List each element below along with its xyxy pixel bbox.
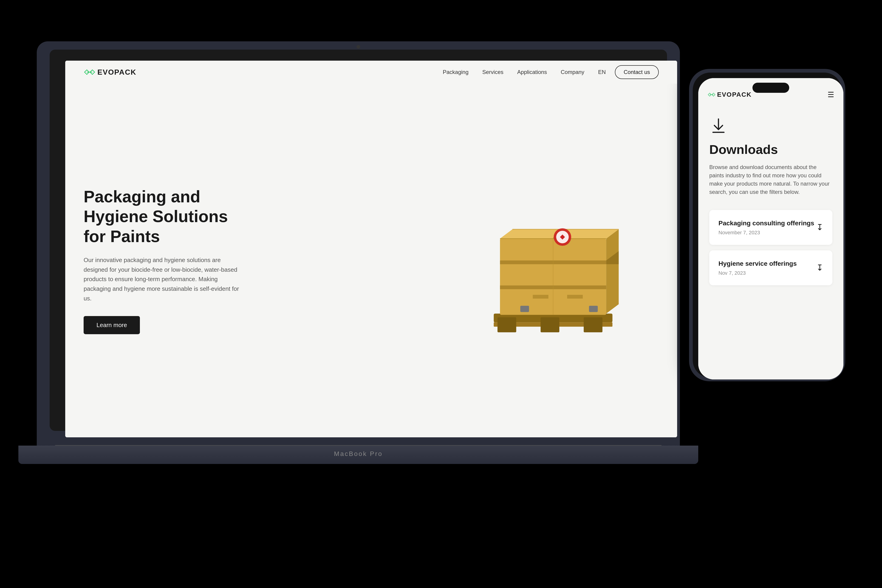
phone-logo-icon bbox=[708, 92, 716, 97]
downloads-description: Browse and download documents about the … bbox=[709, 163, 832, 196]
download-arrow-icon-2[interactable]: ↧ bbox=[816, 263, 823, 273]
download-card-packaging-date: November 7, 2023 bbox=[718, 230, 814, 236]
hero-description: Our innovative packaging and hygiene sol… bbox=[84, 255, 240, 303]
download-card-packaging[interactable]: Packaging consulting offerings November … bbox=[709, 210, 832, 245]
laptop-camera bbox=[357, 45, 360, 49]
hero-title: Packaging and Hygiene Solutions for Pain… bbox=[84, 187, 240, 246]
box-illustration bbox=[475, 182, 631, 339]
svg-rect-3 bbox=[498, 317, 516, 332]
download-card-hygiene[interactable]: Hygiene service offerings Nov 7, 2023 ↧ bbox=[709, 250, 832, 285]
phone-body: EVOPACK ☰ Downloads Browse and download … bbox=[689, 69, 845, 381]
nav-services[interactable]: Services bbox=[482, 69, 504, 75]
download-card-packaging-info: Packaging consulting offerings November … bbox=[718, 219, 814, 236]
phone-notch bbox=[753, 83, 789, 93]
hero-text-block: Packaging and Hygiene Solutions for Pain… bbox=[84, 187, 240, 334]
phone-screen-bezel: EVOPACK ☰ Downloads Browse and download … bbox=[693, 73, 842, 378]
download-card-packaging-title: Packaging consulting offerings bbox=[718, 219, 814, 227]
nav-links: Packaging Services Applications Company … bbox=[443, 69, 606, 75]
phone-screen: EVOPACK ☰ Downloads Browse and download … bbox=[698, 78, 843, 380]
nav-applications[interactable]: Applications bbox=[517, 69, 547, 75]
download-card-hygiene-date: Nov 7, 2023 bbox=[718, 270, 797, 276]
hamburger-menu-icon[interactable]: ☰ bbox=[828, 91, 834, 98]
svg-rect-17 bbox=[520, 306, 529, 312]
nav-language[interactable]: EN bbox=[598, 69, 606, 75]
phone-logo: EVOPACK bbox=[708, 91, 752, 98]
evopack-logo-icon bbox=[84, 69, 96, 76]
laptop-device: EVOPACK Packaging Services Applications … bbox=[37, 41, 680, 478]
phone-logo-text: EVOPACK bbox=[717, 91, 752, 98]
svg-rect-18 bbox=[589, 306, 598, 312]
laptop-logo-text: EVOPACK bbox=[98, 68, 136, 76]
site-hero: Packaging and Hygiene Solutions for Pain… bbox=[65, 84, 677, 437]
download-arrow-icon-1[interactable]: ↧ bbox=[816, 223, 823, 232]
svg-rect-5 bbox=[584, 317, 603, 332]
svg-rect-4 bbox=[541, 317, 560, 332]
nav-company[interactable]: Company bbox=[561, 69, 584, 75]
svg-rect-21 bbox=[567, 295, 583, 298]
contact-us-button[interactable]: Contact us bbox=[615, 65, 659, 79]
nav-packaging[interactable]: Packaging bbox=[443, 69, 469, 75]
learn-more-button[interactable]: Learn more bbox=[84, 316, 140, 334]
phone-content: Downloads Browse and download documents … bbox=[698, 103, 843, 380]
download-card-hygiene-title: Hygiene service offerings bbox=[718, 260, 797, 268]
svg-marker-7 bbox=[606, 229, 618, 314]
laptop-body: EVOPACK Packaging Services Applications … bbox=[37, 41, 680, 446]
download-page-icon bbox=[709, 117, 728, 135]
laptop-screen: EVOPACK Packaging Services Applications … bbox=[65, 61, 677, 437]
laptop-screen-bezel: EVOPACK Packaging Services Applications … bbox=[50, 50, 667, 431]
laptop-base bbox=[18, 446, 698, 464]
svg-rect-20 bbox=[533, 295, 549, 298]
site-logo: EVOPACK bbox=[84, 68, 136, 76]
site-nav: EVOPACK Packaging Services Applications … bbox=[65, 61, 677, 84]
downloads-title: Downloads bbox=[709, 142, 832, 157]
laptop-shadow bbox=[55, 464, 662, 475]
phone-device: EVOPACK ☰ Downloads Browse and download … bbox=[689, 69, 845, 381]
download-card-hygiene-info: Hygiene service offerings Nov 7, 2023 bbox=[718, 260, 797, 276]
